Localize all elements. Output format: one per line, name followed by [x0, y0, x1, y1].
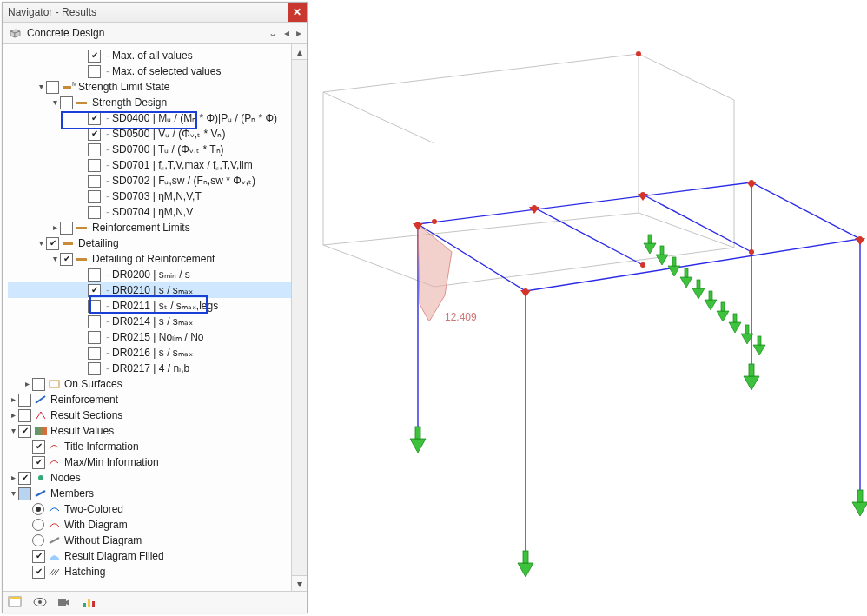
checkbox[interactable] — [88, 206, 101, 219]
svg-marker-54 — [717, 311, 729, 321]
row-with-diagram[interactable]: ▾With Diagram — [8, 517, 291, 533]
checkbox[interactable] — [32, 440, 45, 454]
row-sd0703[interactable]: ▾-SD0703 | ηM,N,V,T — [8, 189, 291, 204]
checkbox[interactable] — [88, 300, 101, 313]
chevron-down-icon[interactable]: ▾ — [36, 79, 46, 95]
results-icon[interactable] — [81, 595, 96, 609]
panel-titlebar[interactable]: Navigator - Results ✕ — [3, 3, 307, 23]
checkbox[interactable] — [88, 65, 101, 78]
window-icon[interactable] — [8, 595, 23, 609]
radio[interactable] — [32, 503, 44, 515]
row-strength-limit-state[interactable]: ▾ M Strength Limit State — [8, 79, 291, 95]
checkbox[interactable] — [88, 347, 101, 360]
chevron-right-icon[interactable]: ▸ — [8, 470, 18, 486]
row-title-info[interactable]: ▾Title Information — [8, 439, 291, 454]
checkbox[interactable] — [88, 190, 101, 203]
row-dr0217[interactable]: ▾-DR0217 | 4 / nₗ,b — [8, 361, 291, 376]
checkbox[interactable] — [88, 128, 101, 141]
nav-prev-icon[interactable]: ◂ — [282, 27, 291, 39]
row-nodes[interactable]: ▸Nodes — [8, 470, 291, 486]
checkbox[interactable] — [18, 409, 31, 422]
row-max-all[interactable]: ▾ - Max. of all values — [8, 48, 291, 63]
chevron-right-icon[interactable]: ▸ — [22, 376, 32, 392]
tree-scrollbar[interactable]: ▴ ▾ — [291, 44, 307, 591]
checkbox[interactable] — [60, 253, 73, 266]
row-strength-design[interactable]: ▾ Strength Design — [8, 95, 291, 110]
svg-marker-60 — [753, 345, 765, 355]
checkbox[interactable] — [88, 175, 101, 188]
row-detailing[interactable]: ▾ Detailing — [8, 235, 291, 251]
eye-icon[interactable] — [32, 595, 48, 609]
row-detailing-of-reinforcement[interactable]: ▾ Detailing of Reinforcement — [8, 251, 291, 267]
checkbox[interactable] — [18, 472, 31, 485]
close-button[interactable]: ✕ — [288, 3, 307, 22]
checkbox[interactable] — [88, 159, 101, 172]
row-dr0210[interactable]: ▾-DR0210 | s / sₘₐₓ — [8, 282, 291, 298]
chevron-right-icon[interactable]: ▸ — [50, 220, 60, 235]
radio[interactable] — [32, 519, 44, 531]
checkbox-mixed[interactable] — [18, 487, 31, 500]
svg-line-75 — [50, 538, 59, 543]
row-result-sections[interactable]: ▸Result Sections — [8, 407, 291, 423]
row-reinforcement[interactable]: ▸Reinforcement — [8, 392, 291, 407]
row-sd0701[interactable]: ▾-SD0701 | f꜀,T,V,max / f꜀,T,V,lim — [8, 157, 291, 173]
row-sd0700[interactable]: ▾-SD0700 | Tᵤ / (Φᵥ,ₜ * Tₙ) — [8, 142, 291, 157]
checkbox[interactable] — [46, 81, 59, 94]
row-two-colored[interactable]: ▾Two-Colored — [8, 501, 291, 517]
checkbox[interactable] — [60, 96, 73, 109]
row-hatching[interactable]: ▾Hatching — [8, 564, 291, 580]
chevron-right-icon[interactable]: ▸ — [8, 407, 18, 423]
checkbox[interactable] — [88, 50, 101, 63]
checkbox[interactable] — [32, 566, 45, 579]
chevron-down-icon[interactable]: ▾ — [50, 95, 60, 110]
row-reinforcement-limits[interactable]: ▸ Reinforcement Limits — [8, 220, 291, 235]
close-icon: ✕ — [293, 6, 301, 18]
results-tree[interactable]: ▾ - Max. of all values ▾ - Max. of selec… — [3, 44, 291, 591]
checkbox[interactable] — [88, 268, 101, 282]
checkbox[interactable] — [88, 362, 101, 375]
chevron-down-icon[interactable]: ▾ — [36, 235, 46, 251]
section-selector[interactable]: Concrete Design — [8, 27, 263, 39]
row-dr0215[interactable]: ▾-DR0215 | Noₗᵢₘ / No — [8, 329, 291, 345]
checkbox[interactable] — [88, 112, 101, 125]
row-dr0214[interactable]: ▾-DR0214 | s / sₘₐₓ — [8, 314, 291, 329]
row-on-surfaces[interactable]: ▸On Surfaces — [8, 376, 291, 392]
row-dr0200[interactable]: ▾-DR0200 | sₘᵢₙ / s — [8, 267, 291, 282]
scroll-up-icon[interactable]: ▴ — [292, 44, 307, 60]
checkbox[interactable] — [32, 378, 45, 391]
checkbox[interactable] — [18, 394, 31, 407]
checkbox[interactable] — [60, 222, 73, 235]
nav-next-icon[interactable]: ▸ — [295, 27, 303, 39]
svg-rect-65 — [63, 86, 71, 89]
checkbox[interactable] — [32, 456, 45, 469]
checkbox[interactable] — [88, 143, 101, 156]
camera-icon[interactable] — [56, 595, 72, 609]
row-sd0704[interactable]: ▾-SD0704 | ηM,N,V — [8, 204, 291, 220]
chevron-down-icon[interactable]: ▾ — [8, 486, 18, 501]
svg-marker-33 — [520, 290, 531, 297]
row-result-values[interactable]: ▾Result Values — [8, 423, 291, 439]
row-result-diagram-filled[interactable]: ▾Result Diagram Filled — [8, 548, 291, 564]
checkbox[interactable] — [88, 284, 101, 297]
checkbox[interactable] — [32, 550, 45, 563]
checkbox[interactable] — [46, 237, 59, 250]
chevron-down-icon[interactable]: ▾ — [8, 423, 18, 439]
chevron-right-icon[interactable]: ▸ — [8, 392, 18, 407]
row-dr0216[interactable]: ▾-DR0216 | s / sₘₐₓ — [8, 345, 291, 361]
row-without-diagram[interactable]: ▾Without Diagram — [8, 533, 291, 548]
section-dropdown-icon[interactable]: ⌄ — [267, 27, 279, 39]
svg-marker-42 — [644, 243, 656, 254]
checkbox[interactable] — [18, 425, 31, 438]
radio[interactable] — [32, 534, 44, 546]
scroll-down-icon[interactable]: ▾ — [292, 575, 307, 591]
row-sd0500[interactable]: ▾-SD0500 | Vᵤ / (Φᵥ,ₜ * Vₙ) — [8, 126, 291, 142]
row-max-selected[interactable]: ▾ - Max. of selected values — [8, 63, 291, 79]
chevron-down-icon[interactable]: ▾ — [50, 251, 60, 267]
row-members[interactable]: ▾Members — [8, 486, 291, 501]
row-sd0400[interactable]: ▾-SD0400 | Mᵤ / (Mₙ * Φ)|Pᵤ / (Pₙ * Φ) — [8, 110, 291, 126]
row-dr0211[interactable]: ▾-DR0211 | sₜ / sₘₐₓ,legs — [8, 298, 291, 314]
checkbox[interactable] — [88, 331, 101, 344]
row-sd0702[interactable]: ▾-SD0702 | Fᵤ,sw / (Fₙ,sw * Φᵥ,ₜ) — [8, 173, 291, 189]
row-maxmin-info[interactable]: ▾Max/Min Information — [8, 454, 291, 470]
checkbox[interactable] — [88, 315, 101, 328]
